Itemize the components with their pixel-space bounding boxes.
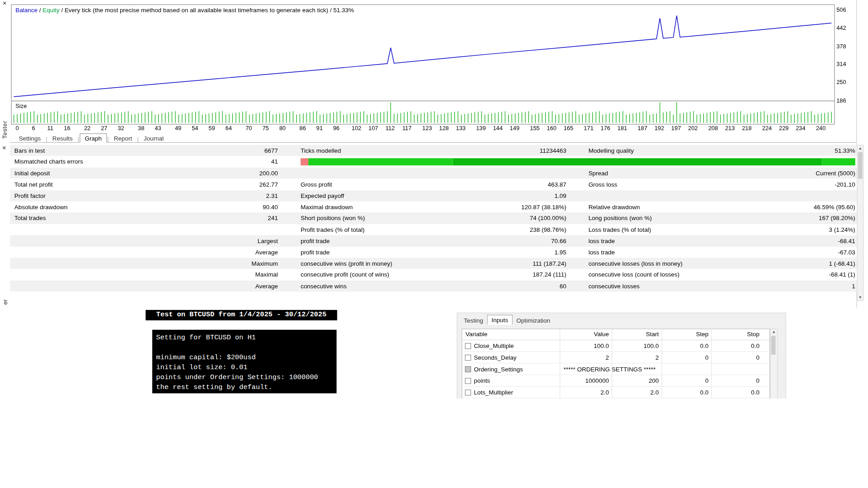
tab-results[interactable]: Results <box>48 134 77 142</box>
x-tick-label: 202 <box>687 125 699 131</box>
result-value: -68.41 (1) <box>589 269 855 280</box>
legend-quality: 51.33% <box>333 7 354 14</box>
x-tick-label: 160 <box>546 125 558 131</box>
table-row: Maximumconsecutive wins (profit in money… <box>10 258 858 269</box>
y-tick-label: 442 <box>836 24 846 31</box>
x-tick-label: 192 <box>653 125 665 131</box>
result-value: 41 <box>14 156 278 168</box>
console-line <box>156 343 333 352</box>
x-tick-label: 70 <box>243 125 255 131</box>
tab-settings[interactable]: Settings <box>14 134 45 142</box>
variable-name: points <box>474 375 490 386</box>
input-row[interactable]: Lots_Multiplier2.02.00.00.0 <box>462 387 769 399</box>
result-value: 1.95 <box>301 247 566 258</box>
grid-column-divider <box>612 329 612 399</box>
y-tick-label: 314 <box>836 61 846 67</box>
x-tick-label: 80 <box>276 125 288 131</box>
result-value: 11234463 <box>301 145 566 156</box>
size-label: Size <box>15 103 27 109</box>
grid-header: Step <box>662 329 708 340</box>
variable-stop: 0.0 <box>712 340 760 351</box>
checkbox[interactable] <box>465 366 471 372</box>
quality-bar-segment <box>308 158 453 165</box>
variable-value: 2.0 <box>560 387 609 398</box>
close-icon[interactable]: × <box>2 145 6 150</box>
tab-inputs[interactable]: Inputs <box>487 315 512 325</box>
checkbox[interactable] <box>465 378 471 384</box>
scrollbar-thumb[interactable] <box>858 152 863 179</box>
close-icon[interactable]: × <box>3 0 7 6</box>
table-row: Maximalconsecutive profit (count of wins… <box>10 269 858 280</box>
input-row[interactable]: Ordering_Settings***** ORDERING SETTINGS… <box>462 363 769 375</box>
x-tick-label: 213 <box>724 125 736 131</box>
x-tick-label: 224 <box>761 125 773 131</box>
quality-bar-segment <box>822 158 855 165</box>
checkbox[interactable] <box>465 355 471 361</box>
result-value: -68.41 <box>589 235 855 247</box>
result-value: 3 (1.24%) <box>589 224 855 235</box>
tester-tabs: Settings|Results|Graph|Report|Journal <box>10 133 856 143</box>
table-row: Averageconsecutive wins60consecutive los… <box>10 280 858 291</box>
result-value: 74 (100.00%) <box>301 213 566 224</box>
result-value: Average <box>14 280 278 291</box>
table-row: Mismatched charts errors41 <box>10 156 858 168</box>
x-tick-label: 27 <box>98 125 110 131</box>
checkbox[interactable] <box>465 389 471 395</box>
legend-separator: / <box>60 7 65 14</box>
tab-journal[interactable]: Journal <box>139 134 168 142</box>
variable-step: 0 <box>662 375 708 386</box>
result-value: Average <box>14 247 278 258</box>
input-row[interactable]: Seconds_Delay2200 <box>462 352 769 364</box>
tab-report[interactable]: Report <box>109 134 137 142</box>
result-value: 111 (187.24) <box>301 258 566 269</box>
variable-stop: 0.0 <box>712 387 760 398</box>
x-tick-label: 144 <box>492 125 504 131</box>
x-tick-label: 54 <box>189 125 201 131</box>
docked-panel-partial-label: er <box>2 299 9 305</box>
scroll-up-icon[interactable]: ▲ <box>858 145 863 151</box>
scrollbar-thumb[interactable] <box>771 336 776 355</box>
variable-step: 0 <box>662 352 708 363</box>
x-tick-label: 128 <box>438 125 450 131</box>
variable-step: 0.0 <box>662 340 708 351</box>
result-value: Maximum <box>14 258 278 269</box>
tab-graph[interactable]: Graph <box>80 133 107 143</box>
inputs-grid-scrollbar[interactable]: ▲ ▼ <box>770 328 778 399</box>
legend-balance: Balance <box>15 7 38 14</box>
result-value: 238 (98.76%) <box>301 224 566 235</box>
checkbox[interactable] <box>465 343 471 349</box>
x-tick-label: 22 <box>81 125 94 131</box>
quality-bar-segment <box>453 158 822 165</box>
scroll-down-icon[interactable]: ▼ <box>858 295 863 300</box>
y-tick-label: 378 <box>836 42 846 49</box>
result-value: 167 (98.20%) <box>589 213 855 224</box>
variable-name: Lots_Multiplier <box>474 387 513 398</box>
graph-legend: Balance / Equity / Every tick (the most … <box>15 7 354 14</box>
x-tick-label: 139 <box>475 125 487 131</box>
x-tick-label: 6 <box>28 125 40 131</box>
x-tick-label: 149 <box>509 125 521 131</box>
graph-y-axis: 506442378314250186 <box>836 5 856 105</box>
inputs-grid-header: VariableValueStartStepStop <box>462 329 769 340</box>
scroll-up-icon[interactable]: ▲ <box>770 329 777 335</box>
result-value: 46.59% (95.60) <box>589 202 855 213</box>
x-tick-label: 49 <box>172 125 184 131</box>
x-tick-label: 133 <box>455 125 467 131</box>
x-tick-label: 86 <box>297 125 309 131</box>
x-tick-label: 155 <box>529 125 541 131</box>
input-row[interactable]: points100000020000 <box>462 375 769 387</box>
result-value: Largest <box>14 235 278 247</box>
variable-value: ***** ORDERING SETTINGS ***** <box>564 363 656 374</box>
tab-optimization[interactable]: Optimization <box>513 316 554 325</box>
variable-start: 2.0 <box>612 387 659 398</box>
inputs-grid-body: Close_Multiple100.0100.00.00.0Seconds_De… <box>462 340 769 399</box>
strategy-tester-window: × Tester × er Balance / Equity / Every t… <box>0 0 868 399</box>
x-tick-label: 218 <box>741 125 753 131</box>
legend-method: Every tick (the most precise method base… <box>65 7 328 14</box>
x-tick-label: 96 <box>330 125 342 131</box>
tab-testing[interactable]: Testing <box>460 316 487 325</box>
results-scrollbar[interactable]: ▲ ▼ <box>857 145 864 301</box>
x-tick-label: 107 <box>367 125 379 131</box>
input-row[interactable]: Close_Multiple100.0100.00.00.0 <box>462 340 769 352</box>
table-row: Total net profit262.77Gross profit463.87… <box>10 179 858 190</box>
